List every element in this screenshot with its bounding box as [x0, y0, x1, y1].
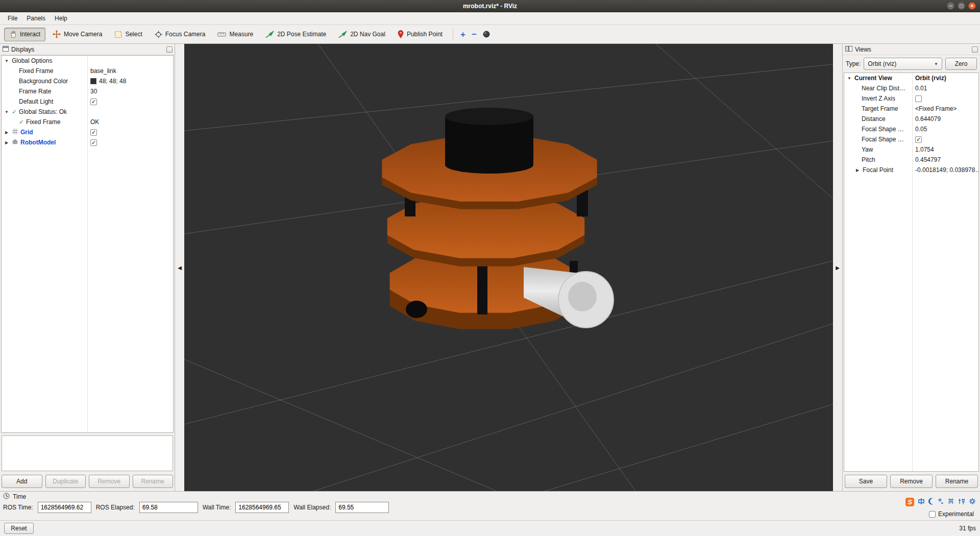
column-divider[interactable]: [87, 56, 88, 432]
row-label: Default Light: [19, 98, 53, 105]
tool-publish-point[interactable]: Publish Point: [393, 27, 448, 41]
row-pitch[interactable]: Pitch 0.454797: [844, 155, 978, 165]
checkbox[interactable]: ✓: [915, 136, 922, 143]
tool-select[interactable]: Select: [109, 28, 147, 41]
ros-elapsed-label: ROS Elapsed:: [96, 504, 135, 511]
row-near-clip[interactable]: Near Clip Dist… 0.01: [844, 83, 978, 93]
toolbar-separator: [453, 29, 453, 40]
panel-float-button[interactable]: [166, 46, 173, 53]
row-distance[interactable]: Distance 0.644079: [844, 114, 978, 124]
wall-time-input[interactable]: [235, 502, 289, 513]
punctuation-icon[interactable]: [938, 498, 944, 506]
tool-2d-pose-estimate[interactable]: 2D Pose Estimate: [260, 28, 331, 41]
row-label: RobotModel: [20, 139, 56, 146]
tool-2d-nav-goal[interactable]: 2D Nav Goal: [333, 28, 390, 41]
row-value[interactable]: 30: [90, 88, 97, 95]
row-value[interactable]: 0.01: [915, 85, 927, 92]
close-button[interactable]: ×: [968, 2, 976, 10]
row-label: Invert Z Axis: [862, 95, 895, 102]
view-type-select[interactable]: Orbit (rviz) ▼: [864, 58, 942, 70]
tool-move-camera[interactable]: Move Camera: [47, 27, 107, 41]
row-current-view[interactable]: ▼Current View Orbit (rviz): [844, 73, 978, 83]
row-value[interactable]: 0.05: [915, 126, 927, 133]
robot-lidar-bottom: [445, 156, 533, 174]
time-fields: ROS Time: ROS Elapsed: Wall Time: Wall E…: [0, 502, 980, 513]
column-divider[interactable]: [912, 73, 913, 471]
checkbox[interactable]: ✓: [90, 129, 97, 136]
duplicate-button[interactable]: Duplicate: [45, 475, 86, 488]
row-focal-point[interactable]: ▶Focal Point -0.0018149; 0.038978…: [844, 165, 978, 175]
grid-icon: [12, 128, 18, 136]
expander-down-icon[interactable]: ▼: [4, 110, 10, 114]
row-yaw[interactable]: Yaw 1.0754: [844, 144, 978, 155]
row-value[interactable]: 48; 48; 48: [99, 78, 126, 85]
ros-elapsed-input[interactable]: [139, 502, 198, 513]
add-button[interactable]: Add: [2, 475, 42, 488]
collapse-right-icon[interactable]: ▶: [836, 265, 840, 271]
row-value[interactable]: -0.0018149; 0.038978…: [915, 166, 978, 174]
add-tool-icon[interactable]: +: [458, 30, 468, 39]
reset-button[interactable]: Reset: [4, 523, 34, 534]
pinyin-icon[interactable]: [958, 498, 965, 506]
chinese-mode-icon[interactable]: [918, 498, 925, 506]
row-label: Grid: [20, 129, 33, 136]
row-value[interactable]: 0.644079: [915, 115, 941, 123]
tool-properties-icon[interactable]: [481, 31, 492, 38]
expander-right-icon[interactable]: ▶: [4, 140, 10, 145]
row-value[interactable]: base_link: [90, 67, 116, 75]
checkbox[interactable]: ✓: [90, 139, 97, 146]
tool-label: Interact: [20, 31, 40, 38]
settings-icon[interactable]: [969, 498, 976, 506]
robot-model: [382, 108, 614, 329]
right-splitter[interactable]: ▶: [833, 44, 842, 491]
row-value[interactable]: 0.454797: [915, 156, 941, 163]
simplified-icon[interactable]: [947, 498, 954, 506]
rename-button[interactable]: Rename: [133, 475, 174, 488]
expander-down-icon[interactable]: ▼: [4, 59, 10, 63]
maximize-button[interactable]: □: [958, 2, 965, 10]
zero-button[interactable]: Zero: [945, 58, 977, 70]
crosshair-icon: [155, 31, 162, 38]
checkbox[interactable]: [915, 95, 922, 102]
row-invert-z[interactable]: Invert Z Axis: [844, 93, 978, 104]
rename-view-button[interactable]: Rename: [936, 475, 978, 488]
save-button[interactable]: Save: [845, 475, 887, 488]
menu-help[interactable]: Help: [50, 13, 72, 23]
fps-counter: 31 fps: [959, 525, 976, 532]
checkbox[interactable]: ✓: [90, 99, 97, 105]
fullwidth-moon-icon[interactable]: [928, 498, 935, 506]
3d-scene[interactable]: [184, 44, 833, 491]
sogou-logo-icon[interactable]: S: [905, 498, 914, 506]
displays-panel: Displays ▼Global Options Fixed Frame bas…: [0, 44, 175, 491]
remove-tool-icon[interactable]: −: [470, 30, 479, 39]
row-value: OK: [90, 118, 99, 126]
tool-focus-camera[interactable]: Focus Camera: [150, 28, 211, 41]
minimize-button[interactable]: –: [947, 2, 954, 10]
panel-float-button[interactable]: [972, 46, 978, 53]
remove-button[interactable]: Remove: [89, 475, 130, 488]
left-splitter[interactable]: ◀: [175, 44, 184, 491]
menu-file[interactable]: File: [3, 13, 22, 23]
collapse-left-icon[interactable]: ◀: [178, 265, 182, 271]
expander-right-icon[interactable]: ▶: [854, 168, 861, 173]
experimental-checkbox[interactable]: [929, 511, 936, 518]
3d-viewport[interactable]: [184, 44, 833, 491]
tool-measure[interactable]: Measure: [212, 28, 258, 41]
tool-label: Move Camera: [64, 31, 102, 38]
row-target-frame[interactable]: Target Frame <Fixed Frame>: [844, 104, 978, 114]
tool-interact[interactable]: Interact: [4, 28, 45, 41]
menu-panels[interactable]: Panels: [22, 13, 50, 23]
wall-elapsed-label: Wall Elapsed:: [293, 504, 331, 511]
expander-right-icon[interactable]: ▶: [4, 130, 10, 135]
remove-view-button[interactable]: Remove: [890, 475, 933, 488]
ros-time-input[interactable]: [38, 502, 91, 513]
row-label: Focal Point: [863, 166, 893, 174]
row-value[interactable]: <Fixed Frame>: [915, 105, 957, 112]
row-focal-shape-size[interactable]: Focal Shape … 0.05: [844, 124, 978, 134]
row-value[interactable]: 1.0754: [915, 146, 934, 153]
row-focal-shape-fixed[interactable]: Focal Shape … ✓: [844, 134, 978, 144]
displays-tree: ▼Global Options Fixed Frame base_link Ba…: [1, 55, 174, 433]
wall-elapsed-input[interactable]: [335, 502, 389, 513]
tool-label: Publish Point: [407, 31, 443, 38]
expander-down-icon[interactable]: ▼: [846, 76, 852, 81]
